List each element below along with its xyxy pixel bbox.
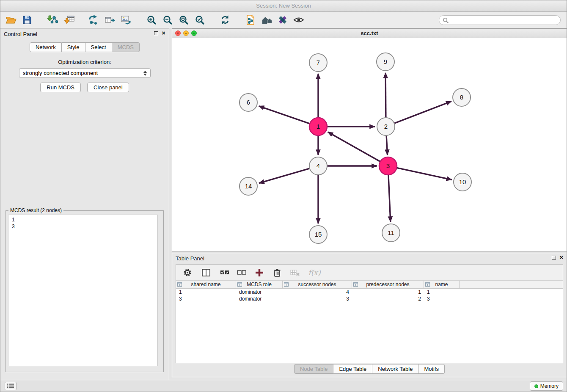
- tab-mcds[interactable]: MCDS: [112, 42, 140, 52]
- close-table-panel-icon[interactable]: ×: [559, 255, 563, 260]
- network-graph[interactable]: 7968124314101511: [172, 38, 567, 251]
- save-icon[interactable]: [20, 13, 34, 27]
- close-panel-button[interactable]: Close panel: [87, 83, 129, 92]
- graph-node[interactable]: 15: [309, 226, 327, 243]
- column-header-label: name: [435, 282, 448, 287]
- column-menu-icon[interactable]: [353, 282, 358, 287]
- graph-node[interactable]: 9: [377, 53, 394, 71]
- table-cell[interactable]: 1: [176, 289, 236, 295]
- search-icon: [443, 17, 449, 23]
- table-cell[interactable]: 3: [283, 295, 352, 302]
- graph-node[interactable]: 3: [379, 157, 397, 175]
- mcds-result-line: 1: [12, 216, 154, 223]
- add-column-icon[interactable]: [253, 266, 266, 279]
- graph-edge[interactable]: [397, 168, 452, 179]
- search-field[interactable]: [451, 17, 557, 23]
- zoom-fit-icon[interactable]: [176, 13, 191, 27]
- graph-edge[interactable]: [388, 175, 391, 222]
- graph-node[interactable]: 10: [454, 173, 471, 191]
- criterion-select[interactable]: strongly connected component: [19, 68, 151, 78]
- column-header[interactable]: shared name: [176, 281, 236, 288]
- window-titlebar: Session: New Session: [0, 0, 567, 12]
- float-table-panel-icon[interactable]: [552, 256, 556, 259]
- tab-network-table[interactable]: Network Table: [372, 364, 418, 374]
- tab-node-table[interactable]: Node Table: [294, 364, 334, 374]
- dropdown-arrows-icon: [143, 71, 147, 76]
- graph-edge[interactable]: [394, 101, 451, 123]
- home-icon[interactable]: [259, 13, 274, 27]
- table-cell[interactable]: 1: [352, 289, 424, 295]
- graph-node[interactable]: 1: [309, 118, 327, 135]
- task-history-button[interactable]: [5, 382, 17, 390]
- mcds-result-group: MCDS result (2 nodes) 1 3: [6, 210, 164, 372]
- eye-icon[interactable]: [292, 13, 306, 27]
- network-window-titlebar[interactable]: × − + scc.txt: [172, 29, 567, 38]
- columns-icon[interactable]: [200, 266, 212, 279]
- control-panel-tabs: Network Style Select MCDS: [0, 42, 169, 52]
- zoom-out-icon[interactable]: [160, 13, 175, 27]
- zoom-window-button[interactable]: +: [191, 30, 197, 36]
- graph-node[interactable]: 2: [377, 118, 395, 135]
- graph-node[interactable]: 11: [382, 224, 400, 242]
- export-table-icon[interactable]: [103, 13, 117, 27]
- run-mcds-button[interactable]: Run MCDS: [40, 83, 81, 92]
- table-cell[interactable]: 2: [352, 295, 424, 302]
- column-menu-icon[interactable]: [425, 282, 430, 287]
- import-table-icon[interactable]: [62, 13, 77, 27]
- deselect-all-icon[interactable]: [235, 266, 248, 279]
- trash-icon[interactable]: [271, 266, 284, 279]
- table-cell[interactable]: 4: [283, 289, 352, 295]
- graph-edge[interactable]: [386, 135, 387, 155]
- graph-edge[interactable]: [385, 73, 386, 118]
- tab-edge-table[interactable]: Edge Table: [333, 364, 372, 374]
- tab-motifs[interactable]: Motifs: [418, 364, 445, 374]
- table-cell[interactable]: 3: [176, 295, 236, 302]
- column-header[interactable]: name: [424, 281, 460, 288]
- import-network-icon[interactable]: [45, 13, 60, 27]
- select-all-icon[interactable]: [218, 266, 231, 279]
- table-row[interactable]: 3dominator323: [176, 295, 563, 302]
- close-window-button[interactable]: ×: [175, 30, 181, 36]
- column-menu-icon[interactable]: [177, 282, 182, 287]
- mcds-result-list[interactable]: 1 3: [8, 215, 158, 366]
- graph-node[interactable]: 14: [239, 177, 257, 195]
- table-cell[interactable]: dominator: [236, 289, 283, 295]
- style-icon[interactable]: [275, 13, 290, 27]
- column-menu-icon[interactable]: [284, 282, 289, 287]
- float-panel-icon[interactable]: [154, 31, 158, 35]
- graph-node[interactable]: 6: [239, 94, 257, 111]
- tab-style[interactable]: Style: [62, 42, 85, 52]
- minimize-window-button[interactable]: −: [183, 30, 189, 36]
- memory-label: Memory: [540, 383, 559, 389]
- graph-edge[interactable]: [259, 168, 310, 183]
- clone-network-icon[interactable]: [243, 13, 258, 27]
- table-cell[interactable]: 1: [424, 289, 460, 295]
- export-network-icon[interactable]: [87, 13, 101, 27]
- open-folder-icon[interactable]: [4, 13, 18, 27]
- refresh-icon[interactable]: [218, 13, 232, 27]
- graph-edge[interactable]: [259, 106, 310, 124]
- search-input[interactable]: [439, 15, 561, 25]
- column-menu-icon[interactable]: [237, 282, 242, 287]
- graph-node[interactable]: 8: [453, 88, 471, 106]
- tab-network[interactable]: Network: [30, 42, 62, 52]
- gear-icon[interactable]: [181, 266, 194, 279]
- zoom-selected-icon[interactable]: [193, 13, 207, 27]
- graph-node[interactable]: 7: [309, 54, 327, 72]
- memory-button[interactable]: Memory: [530, 381, 563, 391]
- column-header[interactable]: predecessor nodes: [352, 281, 424, 288]
- zoom-in-icon[interactable]: [144, 13, 159, 27]
- graph-node[interactable]: 4: [309, 157, 327, 175]
- column-header[interactable]: MCDS role: [236, 281, 283, 288]
- export-image-icon[interactable]: [119, 13, 133, 27]
- column-header-label: shared name: [191, 282, 220, 287]
- control-panel: Control Panel × Network Style Select MCD…: [0, 28, 169, 380]
- tab-select[interactable]: Select: [85, 42, 112, 52]
- table-cell[interactable]: dominator: [236, 295, 283, 302]
- column-header[interactable]: successor nodes: [283, 281, 352, 288]
- graph-edge[interactable]: [328, 132, 380, 162]
- table-cell[interactable]: 3: [424, 295, 460, 302]
- close-panel-icon[interactable]: ×: [162, 30, 165, 36]
- table-row[interactable]: 1dominator411: [176, 289, 563, 295]
- edge-layer: [259, 73, 452, 224]
